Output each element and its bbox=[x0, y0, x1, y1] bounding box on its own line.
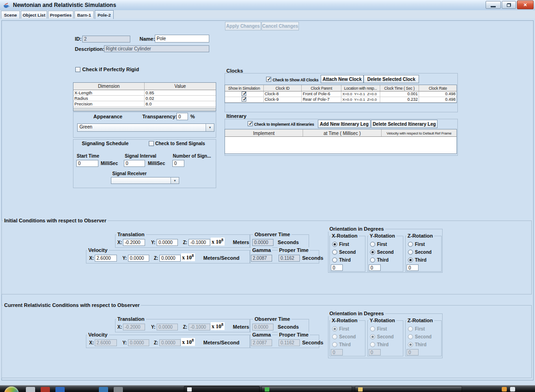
radio-label: First bbox=[377, 326, 387, 331]
tray-icon[interactable] bbox=[510, 387, 515, 392]
taskbar-window[interactable] bbox=[355, 386, 462, 392]
quick-launch-icon[interactable] bbox=[26, 387, 35, 392]
close-button[interactable]: ✕ bbox=[517, 0, 534, 9]
times-ten-to-eighth-label: x 108 bbox=[181, 338, 195, 346]
apply-changes-button: Apply Changes bbox=[225, 22, 261, 31]
seconds-label: Seconds bbox=[302, 255, 323, 261]
clock-row[interactable]: Clock-9 Rear of Pole-7 X=0.0 Y=-0.1 Z=0.… bbox=[225, 97, 456, 103]
z-label: Z: bbox=[183, 325, 187, 330]
restore-button[interactable] bbox=[502, 1, 516, 9]
radio-label: Third bbox=[339, 342, 351, 347]
initial-translation-y-field[interactable] bbox=[157, 239, 178, 246]
dim-name-cell: X-Length bbox=[73, 90, 145, 95]
z-rotation-third-radio[interactable] bbox=[408, 257, 413, 263]
y-rotation-second-radio bbox=[370, 334, 375, 339]
dims-header-dimension: Dimension bbox=[73, 83, 145, 90]
signal-interval-field[interactable] bbox=[124, 160, 145, 167]
current-gamma-field: 2.0087 bbox=[251, 339, 272, 346]
z-rotation-second-radio[interactable] bbox=[408, 250, 413, 255]
current-observer-time-field: 0.0000 bbox=[252, 324, 274, 331]
tab-label: Pole-2 bbox=[97, 12, 111, 18]
clocks-table: Show in Simulation Clock ID Clock Parent… bbox=[225, 85, 457, 103]
tab-label: Scene bbox=[4, 12, 17, 18]
implement-all-itineraries-label: Check to Implement All Itineraries bbox=[254, 122, 314, 127]
x-rotation-first-radio bbox=[332, 326, 337, 331]
tab-properties[interactable]: Properties bbox=[48, 11, 73, 18]
clock-row[interactable]: Clock-8 Front of Pole-6 X=0.0 Y=-0.1 Z=0… bbox=[225, 92, 456, 97]
transparency-field[interactable] bbox=[176, 113, 188, 120]
quick-launch-icon[interactable] bbox=[114, 387, 123, 392]
dims-header-value: Value bbox=[145, 83, 216, 90]
x-rotation-second-radio[interactable] bbox=[332, 250, 337, 255]
clock-location-cell: X=0.0 Y=-0.1 Z=0.0 bbox=[341, 97, 380, 102]
name-field[interactable] bbox=[155, 35, 209, 43]
minimize-button[interactable] bbox=[486, 1, 501, 9]
radio-label: Second bbox=[339, 334, 356, 339]
z-rotation-degrees-field[interactable] bbox=[407, 264, 419, 271]
tab-barn-1[interactable]: Barn-1 bbox=[74, 11, 94, 18]
x-rotation-first-radio[interactable] bbox=[332, 242, 337, 247]
table-row[interactable]: X-Length 0.85 bbox=[73, 90, 216, 96]
quick-launch-icon[interactable] bbox=[99, 387, 108, 392]
add-itinerary-leg-button[interactable]: Add New Itinerary Leg bbox=[318, 120, 371, 128]
clock-parent-cell: Front of Pole-6 bbox=[302, 92, 341, 97]
y-rotation-degrees-field[interactable] bbox=[369, 264, 381, 271]
x-label: X: bbox=[117, 325, 122, 330]
windows-taskbar bbox=[0, 385, 535, 392]
send-signals-checkbox[interactable] bbox=[149, 141, 154, 146]
taskbar-window-active[interactable] bbox=[184, 386, 260, 392]
z-rotation-label: Z-Rotation bbox=[406, 318, 434, 323]
tray-icon[interactable] bbox=[502, 387, 507, 392]
observer-time-label: Observer Time bbox=[253, 232, 292, 237]
chevron-down-icon[interactable] bbox=[170, 178, 179, 184]
implement-all-itineraries-checkbox[interactable] bbox=[248, 121, 253, 126]
attach-new-clock-button[interactable]: Attach New Clock bbox=[321, 75, 364, 83]
y-rotation-third-radio[interactable] bbox=[370, 257, 375, 263]
name-label: Name: bbox=[140, 36, 155, 42]
initial-velocity-y-field[interactable] bbox=[128, 255, 149, 262]
x-rotation-degrees-field[interactable] bbox=[331, 264, 343, 271]
delete-itinerary-leg-button[interactable]: Delete Selected Itinerary Leg bbox=[371, 120, 438, 128]
number-of-signals-field[interactable] bbox=[172, 160, 184, 167]
show-all-clocks-checkbox[interactable] bbox=[266, 77, 271, 82]
tab-pole-2[interactable]: Pole-2 bbox=[95, 10, 114, 19]
x-rotation-third-radio[interactable] bbox=[332, 257, 337, 263]
gamma-label: Gamma bbox=[251, 247, 272, 253]
z-rotation-second-radio bbox=[408, 334, 413, 339]
table-row[interactable]: Precision 8.0 bbox=[73, 101, 216, 107]
initial-velocity-x-field[interactable] bbox=[95, 255, 117, 262]
id-field: 2 bbox=[82, 36, 130, 43]
initial-translation-z-field[interactable] bbox=[188, 239, 210, 246]
taskbar-window[interactable] bbox=[261, 386, 352, 392]
dim-value-cell: 0.85 bbox=[145, 90, 216, 95]
quick-launch-icon[interactable] bbox=[41, 387, 50, 392]
y-rotation-first-radio[interactable] bbox=[370, 242, 375, 247]
meters-per-second-label: Meters/Second bbox=[203, 340, 239, 345]
signal-receiver-combobox[interactable] bbox=[111, 177, 179, 184]
color-combobox[interactable]: Green bbox=[77, 123, 214, 132]
java-app-icon bbox=[2, 1, 10, 9]
y-label: Y: bbox=[122, 256, 127, 261]
z-rotation-first-radio[interactable] bbox=[408, 242, 413, 247]
table-footer-strip bbox=[73, 108, 216, 111]
show-in-simulation-checkbox[interactable] bbox=[242, 92, 246, 96]
clock-parent-cell: Rear of Pole-7 bbox=[302, 97, 341, 102]
radio-label: Second bbox=[415, 334, 432, 339]
meters-per-second-label: Meters/Second bbox=[203, 255, 239, 261]
y-rotation-second-radio[interactable] bbox=[370, 250, 375, 255]
show-in-simulation-checkbox[interactable] bbox=[242, 97, 246, 102]
chevron-down-icon[interactable] bbox=[206, 124, 214, 131]
start-time-field[interactable] bbox=[76, 160, 98, 167]
tab-object-list[interactable]: Object List bbox=[21, 11, 47, 18]
initial-velocity-z-field[interactable] bbox=[159, 255, 181, 262]
perfectly-rigid-checkbox[interactable] bbox=[75, 67, 80, 72]
delete-selected-clock-button[interactable]: Delete Selected Clock bbox=[364, 75, 419, 83]
tab-scene[interactable]: Scene bbox=[1, 11, 20, 18]
application-window: Newtonian and Relativistic Simulations ✕… bbox=[0, 0, 535, 392]
clock-id-cell: Clock-8 bbox=[264, 92, 302, 97]
quick-launch-icon[interactable] bbox=[55, 387, 65, 392]
number-of-signals-label: Number of Sign... bbox=[173, 153, 211, 159]
start-button[interactable] bbox=[4, 386, 19, 392]
initial-translation-x-field[interactable] bbox=[123, 239, 145, 246]
table-row[interactable]: Radius 0.02 bbox=[73, 96, 216, 101]
